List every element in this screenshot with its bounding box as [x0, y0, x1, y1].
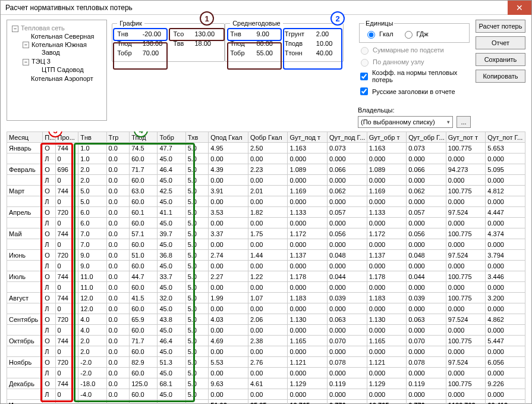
table-cell[interactable]: 744 — [55, 228, 78, 239]
table-cell[interactable]: 2.27 — [209, 271, 248, 282]
network-tree[interactable]: −Тепловая сеть Котельная Северная −Котел… — [7, 20, 107, 121]
table-cell[interactable]: 1.178 — [288, 271, 328, 282]
table-cell[interactable]: 1.130 — [367, 314, 407, 325]
table-cell[interactable]: 97.524 — [446, 314, 486, 325]
calc-button[interactable]: Расчет потерь — [476, 20, 525, 33]
table-cell[interactable]: 44.7 — [130, 271, 158, 282]
table-cell[interactable]: 5.447 — [486, 336, 525, 346]
table-cell[interactable]: 0.000 — [328, 175, 367, 186]
table-cell[interactable]: 5.0 — [185, 143, 209, 154]
table-cell[interactable]: 100.775 — [446, 293, 486, 303]
table-cell[interactable]: 1.129 — [288, 378, 328, 389]
table-cell[interactable]: 46.4 — [158, 164, 185, 175]
table-cell[interactable]: 0 — [55, 239, 78, 250]
table-cell[interactable]: 0.00 — [209, 175, 248, 186]
table-cell[interactable]: 0.000 — [446, 368, 486, 378]
table-cell[interactable]: 51.0 — [130, 250, 158, 261]
table-cell[interactable]: 0.0 — [106, 228, 130, 239]
table-cell[interactable]: 0.0 — [106, 271, 130, 282]
table-cell[interactable]: 0.039 — [328, 293, 367, 303]
table-cell[interactable]: 0.000 — [367, 368, 407, 378]
table-cell[interactable]: 0.0 — [106, 357, 130, 368]
table-cell[interactable] — [7, 389, 43, 400]
table-cell[interactable]: 5.0 — [185, 154, 209, 164]
table-cell[interactable]: 4.0 — [78, 325, 106, 336]
column-header[interactable]: Gут_пот т — [446, 132, 486, 143]
table-cell[interactable]: 45.0 — [158, 261, 185, 271]
table-cell[interactable]: 42.5 — [158, 186, 185, 196]
table-cell[interactable]: О — [43, 228, 55, 239]
table-cell[interactable]: 5.0 — [185, 164, 209, 175]
table-cell[interactable]: 1.130 — [288, 314, 328, 325]
table-cell[interactable]: 0.000 — [407, 154, 446, 164]
table-cell[interactable]: 720 — [55, 207, 78, 218]
table-cell[interactable]: 0.000 — [446, 175, 486, 186]
table-cell[interactable]: 0.00 — [209, 346, 248, 357]
results-table[interactable]: МесяцП...Про...ТнвТгрТподТобрТхвQпод Гка… — [7, 131, 525, 404]
table-cell[interactable]: 0.000 — [486, 175, 525, 186]
table-cell[interactable]: 100.775 — [446, 143, 486, 154]
tvv-input[interactable]: 18.00 — [194, 40, 219, 47]
column-header[interactable]: Qут_обр Г... — [407, 132, 446, 143]
tso-input[interactable]: 130.00 — [194, 30, 219, 37]
column-header[interactable]: Тнв — [78, 132, 106, 143]
table-cell[interactable]: 0.062 — [328, 186, 367, 196]
table-cell[interactable]: 0.063 — [328, 314, 367, 325]
table-cell[interactable]: О — [43, 336, 55, 346]
table-cell[interactable]: 32.0 — [158, 293, 185, 303]
table-cell[interactable]: 0.000 — [407, 218, 446, 228]
table-cell[interactable]: 1.07 — [248, 293, 288, 303]
table-cell[interactable]: 0.0 — [106, 293, 130, 303]
table-cell[interactable]: 2.0 — [78, 164, 106, 175]
table-cell[interactable]: 0.0 — [106, 336, 130, 346]
table-cell[interactable]: 0.000 — [367, 218, 407, 228]
table-row[interactable]: Л0-2.00.060.045.05.00.000.000.0000.0000.… — [7, 368, 525, 378]
table-cell[interactable]: 0.066 — [328, 164, 367, 175]
table-cell[interactable]: 0.0 — [106, 218, 130, 228]
table-cell[interactable]: Л — [43, 154, 55, 164]
table-cell[interactable]: 4.0 — [78, 314, 106, 325]
table-cell[interactable]: 0.000 — [486, 218, 525, 228]
table-cell[interactable]: Октябрь — [7, 336, 43, 346]
collapse-icon[interactable]: − — [12, 26, 18, 32]
column-header[interactable]: Тхв — [185, 132, 209, 143]
table-cell[interactable]: 0 — [55, 218, 78, 228]
table-cell[interactable]: 1.82 — [248, 207, 288, 218]
table-cell[interactable]: 0.0 — [106, 325, 130, 336]
table-cell[interactable]: 0.070 — [328, 336, 367, 346]
table-cell[interactable]: 0.000 — [407, 175, 446, 186]
table-cell[interactable]: 0.062 — [407, 186, 446, 196]
table-cell[interactable]: 0.039 — [407, 293, 446, 303]
table-cell[interactable]: 45.0 — [158, 239, 185, 250]
table-cell[interactable]: 0.000 — [328, 346, 367, 357]
table-cell[interactable]: 0.070 — [407, 336, 446, 346]
table-cell[interactable]: 0.000 — [367, 239, 407, 250]
table-cell[interactable]: 744 — [55, 271, 78, 282]
table-cell[interactable]: 1.137 — [367, 250, 407, 261]
table-row[interactable]: ФевральО6962.00.071.746.45.04.392.231.08… — [7, 164, 525, 175]
table-cell[interactable]: 2.0 — [78, 336, 106, 346]
tree-node[interactable]: −ТЭЦ 3 ЦТП Садовод — [20, 57, 104, 74]
table-cell[interactable]: 7.0 — [78, 239, 106, 250]
table-cell[interactable]: 1.089 — [367, 164, 407, 175]
table-cell[interactable]: 2.23 — [248, 164, 288, 175]
table-cell[interactable]: 0.000 — [446, 303, 486, 314]
table-cell[interactable]: 5.0 — [185, 282, 209, 293]
table-row[interactable]: НоябрьО720-2.00.082.951.35.05.532.761.12… — [7, 357, 525, 368]
table-cell[interactable]: 1.121 — [367, 357, 407, 368]
atpodv-input[interactable]: 10.00 — [316, 40, 338, 47]
table-row[interactable]: Л05.00.060.045.05.00.000.000.0000.0000.0… — [7, 196, 525, 207]
table-cell[interactable]: 3.794 — [486, 250, 525, 261]
table-cell[interactable]: Л — [43, 261, 55, 271]
table-cell[interactable]: 1.163 — [367, 143, 407, 154]
table-cell[interactable]: 0.000 — [446, 196, 486, 207]
table-cell[interactable]: 0.0 — [106, 175, 130, 186]
table-cell[interactable]: Л — [43, 389, 55, 400]
table-cell[interactable]: 0.00 — [248, 303, 288, 314]
table-cell[interactable]: 45.0 — [158, 196, 185, 207]
table-cell[interactable]: 0.000 — [288, 346, 328, 357]
table-cell[interactable]: 0.000 — [288, 303, 328, 314]
table-cell[interactable]: 0.00 — [248, 154, 288, 164]
node-radio[interactable]: По данному узлу — [358, 57, 471, 67]
table-cell[interactable]: 5.0 — [185, 186, 209, 196]
